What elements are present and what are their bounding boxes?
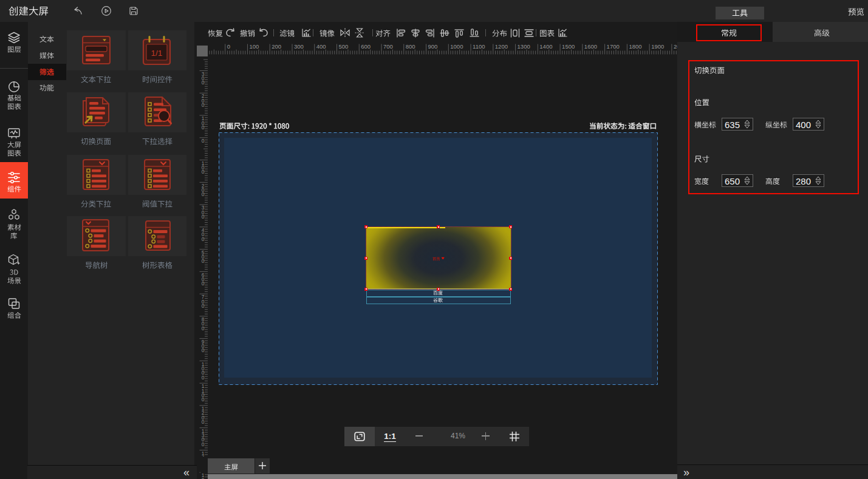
svg-text:0: 0 <box>202 80 205 86</box>
svg-text:0: 0 <box>202 191 205 197</box>
svg-text:0: 0 <box>202 236 205 242</box>
svg-text:0: 0 <box>227 43 230 50</box>
svg-text:1500: 1500 <box>562 43 575 50</box>
svg-text:0: 0 <box>202 347 205 353</box>
svg-text:1400: 1400 <box>539 43 552 50</box>
svg-text:0: 0 <box>202 441 205 447</box>
svg-text:1700: 1700 <box>607 43 620 50</box>
svg-text:1600: 1600 <box>584 43 597 50</box>
svg-text:800: 800 <box>406 43 415 50</box>
svg-text:100: 100 <box>249 43 259 50</box>
svg-text:0: 0 <box>202 396 205 403</box>
svg-text:400: 400 <box>316 43 326 50</box>
svg-text:0: 0 <box>202 419 205 425</box>
svg-text:0: 0 <box>202 303 205 309</box>
svg-text:1900: 1900 <box>651 43 664 50</box>
svg-text:700: 700 <box>383 43 393 50</box>
svg-text:900: 900 <box>428 43 438 50</box>
svg-text:1300: 1300 <box>518 43 530 50</box>
svg-text:1/1: 1/1 <box>151 49 163 58</box>
svg-text:0: 0 <box>202 169 205 175</box>
svg-text:0: 0 <box>202 102 205 108</box>
svg-text:0: 0 <box>202 214 205 220</box>
svg-text:500: 500 <box>339 43 349 50</box>
svg-text:0: 0 <box>202 375 205 381</box>
svg-text:0: 0 <box>202 258 205 264</box>
svg-text:600: 600 <box>361 43 371 50</box>
svg-text:0: 0 <box>202 280 205 287</box>
svg-text:300: 300 <box>294 43 304 50</box>
svg-text:1000: 1000 <box>450 43 463 50</box>
svg-text:1800: 1800 <box>629 43 641 50</box>
svg-text:1100: 1100 <box>473 43 485 50</box>
svg-text:0: 0 <box>202 124 205 131</box>
svg-text:200: 200 <box>272 43 281 50</box>
svg-text:0: 0 <box>202 325 205 331</box>
svg-text:0: 0 <box>202 138 205 144</box>
svg-text:1200: 1200 <box>495 43 508 50</box>
